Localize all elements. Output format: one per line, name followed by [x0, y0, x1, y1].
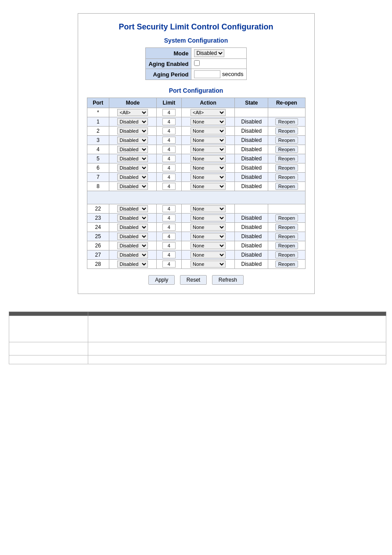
port26-reopen[interactable]: Reopen: [275, 242, 298, 249]
col-state: State: [235, 98, 268, 108]
port5-limit[interactable]: [162, 155, 176, 162]
port23-action[interactable]: NoneTrapShutdownTrap & Shutdown: [191, 214, 226, 221]
port26-action[interactable]: NoneTrapShutdownTrap & Shutdown: [191, 242, 226, 249]
port22-action[interactable]: NoneTrapShutdownTrap & Shutdown: [191, 205, 226, 212]
port7-reopen[interactable]: Reopen: [275, 174, 298, 181]
port3-reopen[interactable]: Reopen: [275, 137, 298, 144]
port7-mode[interactable]: DisabledEnabled: [117, 174, 148, 181]
port27-action[interactable]: NoneTrapShutdownTrap & Shutdown: [191, 251, 226, 258]
port4-mode[interactable]: DisabledEnabled: [117, 146, 148, 153]
col-action: Action: [181, 98, 235, 108]
port3-action[interactable]: NoneTrapShutdownTrap & Shutdown: [191, 137, 226, 144]
port8-action[interactable]: NoneTrapShutdownTrap & Shutdown: [191, 183, 226, 190]
port1-action[interactable]: NoneTrapShutdownTrap & Shutdown: [191, 118, 226, 125]
page-title: Port Security Limit Control Configuratio…: [87, 22, 306, 32]
port-table: Port Mode Limit Action State Re-open *: [87, 98, 306, 269]
reset-button[interactable]: Reset: [180, 275, 207, 285]
port8-limit[interactable]: [162, 183, 176, 190]
port3-limit[interactable]: [162, 137, 176, 144]
table-row: 7 DisabledEnabled NoneTrapShutdownTrap &…: [87, 173, 305, 182]
port26-mode[interactable]: DisabledEnabled: [117, 242, 148, 249]
port7-limit[interactable]: [162, 174, 176, 181]
bottom-row: [9, 316, 386, 342]
port27-mode[interactable]: DisabledEnabled: [117, 251, 148, 258]
port1-reopen[interactable]: Reopen: [275, 118, 298, 125]
port25-reopen[interactable]: Reopen: [275, 233, 298, 240]
port23-mode[interactable]: DisabledEnabled: [117, 214, 148, 221]
table-row: 4 DisabledEnabled NoneTrapShutdownTrap &…: [87, 145, 305, 154]
port6-mode[interactable]: DisabledEnabled: [117, 164, 148, 171]
port28-action[interactable]: NoneTrapShutdownTrap & Shutdown: [191, 261, 226, 268]
bottom-table-section: [9, 312, 386, 364]
table-row: 28 DisabledEnabled NoneTrapShutdownTrap …: [87, 260, 305, 269]
wildcard-state: [235, 108, 268, 117]
table-row: 8 DisabledEnabled NoneTrapShutdownTrap &…: [87, 182, 305, 191]
table-row: 25 DisabledEnabled NoneTrapShutdownTrap …: [87, 232, 305, 241]
port1-limit[interactable]: [162, 118, 176, 125]
wildcard-limit-input[interactable]: [162, 109, 176, 116]
aging-enabled-checkbox[interactable]: [194, 60, 200, 66]
port5-action[interactable]: NoneTrapShutdownTrap & Shutdown: [191, 155, 226, 162]
port8-mode[interactable]: DisabledEnabled: [117, 183, 148, 190]
port27-limit[interactable]: [162, 251, 176, 258]
port4-action[interactable]: NoneTrapShutdownTrap & Shutdown: [191, 146, 226, 153]
wildcard-action-select[interactable]: <All> None Trap Shutdown Trap & Shutdown: [191, 109, 226, 116]
port23-limit[interactable]: [162, 214, 176, 221]
table-row: 3 DisabledEnabled NoneTrapShutdownTrap &…: [87, 136, 305, 145]
port24-limit[interactable]: [162, 224, 176, 231]
port25-action[interactable]: NoneTrapShutdownTrap & Shutdown: [191, 233, 226, 240]
aging-period-suffix: seconds: [222, 71, 243, 77]
port2-reopen[interactable]: Reopen: [275, 127, 298, 134]
table-row: 2 DisabledEnabled NoneTrapShutdownTrap &…: [87, 127, 305, 136]
system-config-title: System Configuration: [87, 37, 306, 44]
port24-reopen[interactable]: Reopen: [275, 224, 298, 231]
port2-action[interactable]: NoneTrapShutdownTrap & Shutdown: [191, 127, 226, 134]
port4-reopen[interactable]: Reopen: [275, 146, 298, 153]
port2-limit[interactable]: [162, 127, 176, 134]
refresh-button[interactable]: Refresh: [212, 275, 244, 285]
port26-limit[interactable]: [162, 242, 176, 249]
mode-select[interactable]: Disabled Enabled: [194, 49, 224, 57]
col-reopen: Re-open: [268, 98, 305, 108]
table-row: 23 DisabledEnabled NoneTrapShutdownTrap …: [87, 214, 305, 223]
port7-action[interactable]: NoneTrapShutdownTrap & Shutdown: [191, 174, 226, 181]
table-row: 24 DisabledEnabled NoneTrapShutdownTrap …: [87, 223, 305, 232]
port27-reopen[interactable]: Reopen: [275, 251, 298, 258]
port28-mode[interactable]: DisabledEnabled: [117, 261, 148, 268]
port5-mode[interactable]: DisabledEnabled: [117, 155, 148, 162]
col-limit: Limit: [156, 98, 181, 108]
col-mode: Mode: [109, 98, 157, 108]
port24-mode[interactable]: DisabledEnabled: [117, 224, 148, 231]
bottom-col1-header: [9, 312, 88, 316]
bottom-row: [9, 342, 386, 355]
bottom-col2-header: [88, 312, 386, 316]
port6-action[interactable]: NoneTrapShutdownTrap & Shutdown: [191, 164, 226, 171]
port8-reopen[interactable]: Reopen: [275, 183, 298, 190]
bottom-reference-table: [9, 312, 386, 364]
aging-period-input[interactable]: 3600: [194, 70, 220, 78]
ellipsis-row: [87, 191, 305, 204]
port25-mode[interactable]: DisabledEnabled: [117, 233, 148, 240]
table-row: 22 DisabledEnabled NoneTrapShutdownTrap …: [87, 204, 305, 214]
port6-limit[interactable]: [162, 164, 176, 171]
port2-mode[interactable]: DisabledEnabled: [117, 127, 148, 134]
wildcard-mode-select[interactable]: <All> Disabled Enabled: [117, 109, 148, 116]
port6-reopen[interactable]: Reopen: [275, 164, 298, 171]
port28-limit[interactable]: [162, 261, 176, 268]
port4-limit[interactable]: [162, 146, 176, 153]
port28-reopen[interactable]: Reopen: [275, 261, 298, 268]
port22-mode[interactable]: DisabledEnabled: [117, 205, 148, 212]
port1-mode[interactable]: DisabledEnabled: [117, 118, 148, 125]
port5-reopen[interactable]: Reopen: [275, 155, 298, 162]
aging-period-label: Aging Period: [146, 69, 191, 80]
apply-button[interactable]: Apply: [148, 275, 175, 285]
system-config-table: Mode Disabled Enabled Aging Enabled Agin…: [145, 47, 246, 80]
port24-action[interactable]: NoneTrapShutdownTrap & Shutdown: [191, 224, 226, 231]
wildcard-port: *: [87, 108, 109, 117]
port23-reopen[interactable]: Reopen: [275, 214, 298, 221]
port25-limit[interactable]: [162, 233, 176, 240]
mode-label: Mode: [146, 48, 191, 59]
table-row: 27 DisabledEnabled NoneTrapShutdownTrap …: [87, 250, 305, 260]
port3-mode[interactable]: DisabledEnabled: [117, 137, 148, 144]
port22-limit[interactable]: [162, 205, 176, 212]
